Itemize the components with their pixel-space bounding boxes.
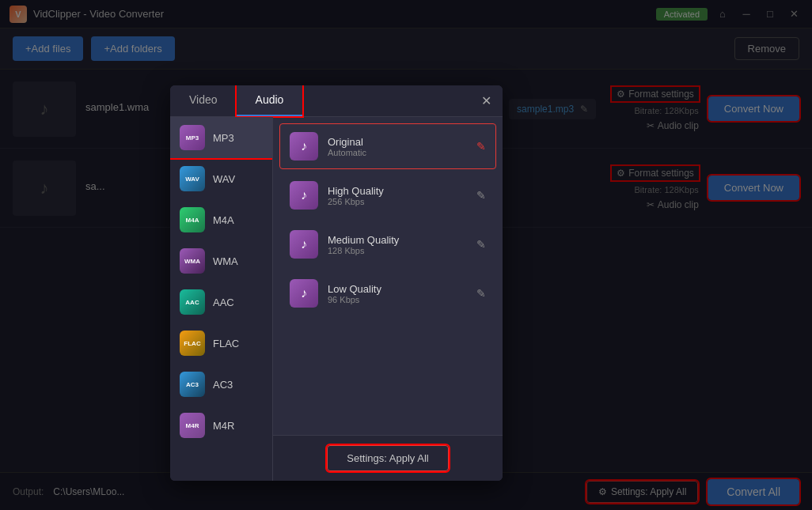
flac-icon: FLAC: [180, 331, 205, 356]
original-quality-icon: ♪: [290, 132, 318, 161]
aac-label: AAC: [213, 297, 234, 308]
format-item-m4r[interactable]: M4R M4R: [170, 405, 272, 446]
format-list: MP3 MP3 WAV WAV M4A M4A WMA WMA: [170, 117, 273, 481]
m4r-icon-label: M4R: [186, 422, 199, 429]
low-quality-icon: ♪: [290, 279, 318, 308]
quality-info: Medium Quality 128 Kbps: [328, 234, 467, 255]
format-modal: Video Audio ✕ MP3 MP3 WAV WAV M4A: [170, 85, 503, 481]
wav-icon: WAV: [180, 166, 205, 191]
quality-item-high[interactable]: ♪ High Quality 256 Kbps ✎: [279, 172, 496, 218]
ac3-icon: AC3: [180, 372, 205, 397]
ac3-icon-label: AC3: [186, 381, 199, 388]
modal-body: MP3 MP3 WAV WAV M4A M4A WMA WMA: [170, 117, 503, 481]
music-note-icon: ♪: [301, 237, 307, 251]
quality-item-low[interactable]: ♪ Low Quality 96 Kbps ✎: [279, 270, 496, 316]
music-note-icon: ♪: [301, 286, 307, 300]
edit-quality-icon[interactable]: ✎: [476, 189, 486, 202]
quality-name-original: Original: [328, 136, 467, 148]
modal-footer: Settings: Apply All: [273, 435, 503, 481]
m4a-icon-label: M4A: [186, 217, 199, 224]
m4r-icon: M4R: [180, 413, 205, 438]
wav-label: WAV: [213, 173, 235, 185]
music-note-icon: ♪: [301, 139, 307, 153]
mp3-label: MP3: [213, 132, 234, 144]
format-item-wav[interactable]: WAV WAV: [170, 158, 272, 199]
quality-item-original[interactable]: ♪ Original Automatic ✎: [279, 123, 496, 169]
format-item-flac[interactable]: FLAC FLAC: [170, 323, 272, 364]
quality-list: ♪ Original Automatic ✎ ♪ High Quality: [273, 117, 503, 435]
ac3-label: AC3: [213, 379, 233, 391]
m4a-label: M4A: [213, 214, 234, 226]
flac-label: FLAC: [213, 338, 239, 349]
wma-icon-label: WMA: [184, 258, 200, 265]
quality-name-medium: Medium Quality: [328, 234, 467, 246]
format-item-mp3[interactable]: MP3 MP3: [170, 117, 272, 158]
modal-close-button[interactable]: ✕: [470, 85, 503, 116]
flac-icon-label: FLAC: [184, 340, 200, 347]
modal-apply-all-button[interactable]: Settings: Apply All: [327, 445, 448, 471]
quality-sub-medium: 128 Kbps: [328, 246, 467, 255]
quality-sub-original: Automatic: [328, 148, 467, 157]
mp3-icon-label: MP3: [186, 134, 199, 142]
tab-video[interactable]: Video: [170, 85, 237, 116]
m4r-label: M4R: [213, 420, 234, 432]
quality-item-medium[interactable]: ♪ Medium Quality 128 Kbps ✎: [279, 221, 496, 267]
quality-sub-high: 256 Kbps: [328, 197, 467, 206]
wav-icon-label: WAV: [185, 176, 199, 183]
quality-name-low: Low Quality: [328, 283, 467, 295]
format-item-aac[interactable]: AAC AAC: [170, 281, 272, 323]
quality-sub-low: 96 Kbps: [328, 295, 467, 304]
quality-info: Original Automatic: [328, 136, 467, 157]
format-item-ac3[interactable]: AC3 AC3: [170, 364, 272, 405]
wma-label: WMA: [213, 255, 238, 267]
medium-quality-icon: ♪: [290, 230, 318, 259]
format-item-wma[interactable]: WMA WMA: [170, 240, 272, 281]
edit-quality-icon[interactable]: ✎: [476, 287, 486, 300]
wma-icon: WMA: [180, 248, 205, 274]
high-quality-icon: ♪: [290, 181, 318, 210]
m4a-icon: M4A: [180, 207, 205, 232]
mp3-icon: MP3: [180, 125, 205, 150]
aac-icon: AAC: [180, 289, 205, 315]
edit-quality-icon[interactable]: ✎: [476, 140, 486, 153]
format-item-m4a[interactable]: M4A M4A: [170, 199, 272, 240]
quality-info: High Quality 256 Kbps: [328, 185, 467, 206]
quality-info: Low Quality 96 Kbps: [328, 283, 467, 304]
modal-tabs: Video Audio ✕: [170, 85, 503, 117]
tab-audio[interactable]: Audio: [237, 85, 303, 116]
music-note-icon: ♪: [301, 188, 307, 202]
quality-name-high: High Quality: [328, 185, 467, 197]
edit-quality-icon[interactable]: ✎: [476, 238, 486, 251]
aac-icon-label: AAC: [185, 299, 199, 306]
